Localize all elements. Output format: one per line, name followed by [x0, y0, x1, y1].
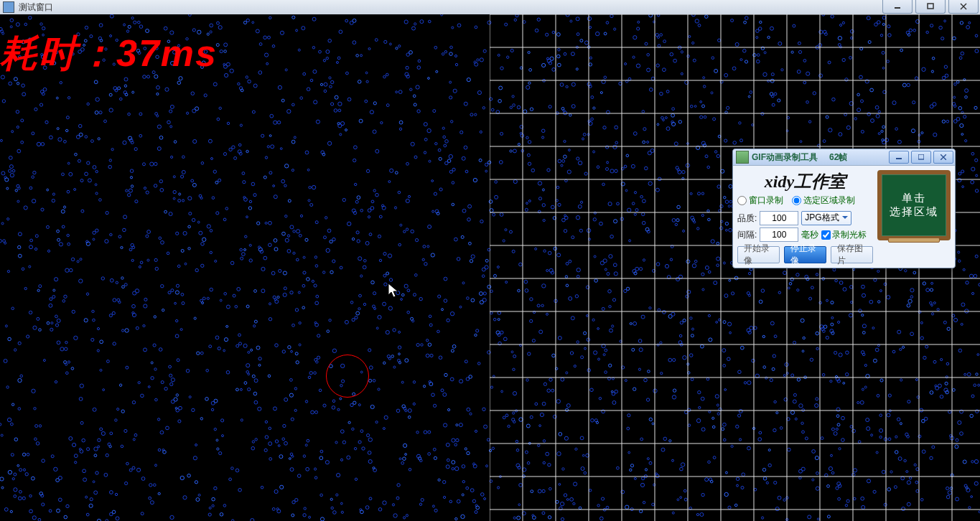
svg-point-2406	[74, 454, 78, 458]
svg-point-1590	[475, 430, 477, 432]
tool-maximize-button[interactable]	[911, 151, 931, 164]
svg-point-2400	[733, 141, 737, 145]
svg-point-2091	[410, 88, 412, 90]
maximize-button[interactable]	[915, 0, 946, 14]
svg-point-2130	[647, 68, 650, 72]
close-button[interactable]	[948, 0, 979, 14]
svg-point-121	[781, 69, 783, 71]
svg-point-540	[175, 334, 179, 338]
tool-title-bar[interactable]: GIF动画录制工具 62帧	[733, 149, 955, 166]
svg-point-2280	[405, 410, 407, 412]
svg-point-2150	[157, 418, 159, 421]
radio-region-record-input[interactable]	[792, 196, 801, 205]
radio-region-record[interactable]: 选定区域录制	[792, 194, 855, 207]
radio-window-record[interactable]: 窗口录制	[737, 194, 783, 207]
svg-point-822	[723, 321, 726, 324]
svg-point-1498	[370, 405, 374, 408]
svg-point-1157	[685, 410, 689, 414]
record-cursor-checkbox[interactable]: 录制光标	[821, 229, 867, 241]
svg-point-1323	[948, 410, 951, 413]
svg-point-339	[10, 26, 12, 28]
svg-point-488	[452, 461, 455, 464]
svg-point-1701	[612, 377, 614, 380]
quality-input[interactable]	[760, 211, 798, 225]
svg-point-1515	[378, 315, 381, 319]
record-cursor-input[interactable]	[821, 230, 831, 240]
svg-point-269	[725, 200, 729, 204]
svg-point-112	[335, 95, 338, 99]
minimize-button[interactable]	[882, 0, 913, 14]
svg-point-119	[762, 335, 765, 337]
svg-point-2043	[961, 323, 963, 325]
svg-point-273	[831, 15, 834, 18]
svg-point-457	[251, 182, 255, 186]
svg-point-853	[370, 207, 374, 210]
svg-point-1298	[57, 341, 60, 344]
start-record-button[interactable]: 开始录像	[737, 246, 780, 263]
svg-point-1115	[879, 290, 882, 292]
svg-point-1356	[139, 266, 141, 268]
svg-point-697	[558, 159, 561, 163]
svg-point-1516	[282, 350, 285, 353]
format-select[interactable]: JPG格式	[801, 211, 851, 225]
svg-point-2346	[128, 25, 131, 28]
svg-point-2238	[878, 301, 880, 303]
svg-point-1960	[638, 21, 640, 23]
svg-point-1699	[670, 258, 672, 260]
svg-point-875	[198, 494, 200, 496]
svg-point-1105	[1, 222, 4, 225]
svg-point-606	[589, 27, 591, 29]
svg-point-1922	[530, 298, 533, 301]
svg-point-2227	[212, 197, 215, 200]
radio-window-record-input[interactable]	[737, 196, 747, 205]
svg-point-1981	[589, 238, 591, 240]
svg-point-667	[307, 439, 309, 442]
svg-point-1776	[418, 60, 421, 62]
save-image-button[interactable]: 保存图片	[831, 246, 873, 263]
svg-point-1662	[628, 78, 631, 80]
svg-point-1545	[787, 418, 790, 421]
svg-point-1006	[869, 300, 873, 304]
svg-point-2248	[308, 376, 311, 379]
svg-point-1931	[939, 26, 943, 29]
svg-point-646	[465, 448, 467, 450]
main-title-bar[interactable]: 测试窗口	[0, 0, 980, 15]
svg-point-2342	[71, 367, 74, 370]
svg-point-858	[582, 454, 584, 456]
svg-point-1568	[906, 471, 908, 473]
svg-point-1403	[368, 438, 372, 441]
svg-point-1086	[52, 193, 55, 195]
tool-minimize-button[interactable]	[889, 151, 909, 164]
svg-rect-1	[928, 4, 933, 9]
svg-point-2478	[119, 384, 121, 386]
svg-point-1811	[199, 231, 202, 235]
select-region-chalkboard[interactable]: 单击 选择区域	[877, 170, 951, 240]
svg-point-717	[327, 330, 330, 333]
interval-input[interactable]	[760, 227, 798, 242]
svg-point-926	[449, 81, 452, 83]
tool-close-button[interactable]	[933, 151, 953, 164]
svg-point-1368	[92, 310, 94, 312]
gif-recorder-window[interactable]: GIF动画录制工具 62帧 xidy工作室 窗口录制 选定	[732, 149, 956, 268]
svg-point-1332	[451, 121, 453, 123]
svg-point-2405	[106, 212, 108, 215]
svg-point-720	[669, 440, 671, 442]
svg-point-192	[413, 95, 416, 98]
svg-point-876	[22, 268, 24, 271]
svg-point-1484	[134, 21, 136, 24]
svg-point-933	[788, 287, 790, 289]
svg-point-1473	[960, 432, 963, 436]
svg-point-696	[727, 106, 729, 109]
svg-point-80	[295, 499, 298, 502]
svg-point-1543	[640, 268, 643, 271]
svg-point-1818	[17, 149, 21, 153]
svg-point-2109	[503, 240, 505, 242]
svg-point-953	[370, 111, 373, 114]
svg-point-823	[264, 449, 267, 451]
svg-point-1911	[134, 433, 137, 436]
svg-point-209	[719, 210, 722, 212]
svg-point-1474	[90, 498, 93, 501]
stop-record-button[interactable]: 停止录像	[784, 246, 826, 263]
svg-point-1901	[482, 275, 485, 278]
svg-point-694	[10, 19, 14, 22]
